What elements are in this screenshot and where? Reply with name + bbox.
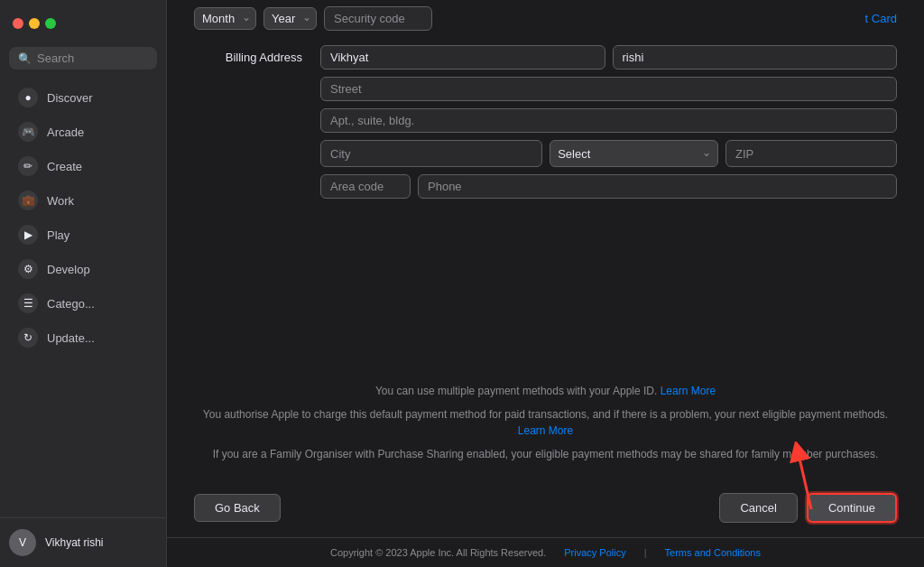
area-code-input[interactable] (320, 174, 411, 199)
go-back-button[interactable]: Go Back (194, 494, 281, 522)
city-input[interactable] (320, 140, 542, 167)
security-code-input[interactable] (324, 6, 432, 31)
learn-more-link-1[interactable]: Learn More (661, 385, 716, 397)
sidebar-item-label: Arcade (47, 125, 84, 139)
zip-input[interactable] (725, 140, 897, 167)
year-select[interactable]: Year (263, 7, 317, 30)
work-icon: 💼 (18, 191, 38, 210)
search-input[interactable] (37, 51, 148, 65)
sidebar-item-label: Play (47, 228, 69, 242)
footer-separator: | (644, 547, 647, 558)
arrow-annotation (775, 442, 829, 517)
sidebar-footer: V Vikhyat rishi (0, 517, 166, 567)
sidebar-item-label: Work (47, 194, 74, 208)
sidebar-item-develop[interactable]: ⚙ Develop (5, 253, 161, 285)
sidebar-item-play[interactable]: ▶ Play (5, 218, 161, 251)
info-line2: You authorise Apple to charge this defau… (194, 406, 897, 439)
footer: Copyright © 2023 Apple Inc. All Rights R… (167, 537, 924, 567)
sidebar-item-create[interactable]: ✏ Create (5, 150, 161, 182)
info-line1: You can use multiple payment methods wit… (194, 383, 897, 399)
maximize-button[interactable] (45, 18, 56, 29)
titlebar (0, 0, 166, 47)
traffic-lights (13, 18, 56, 29)
svg-line-0 (798, 451, 811, 509)
user-name: Vikhyat rishi (45, 536, 103, 549)
sidebar-item-label: Develop (47, 263, 90, 276)
updates-icon: ↻ (18, 328, 38, 348)
minimize-button[interactable] (29, 18, 40, 29)
sidebar-item-label: Create (47, 160, 82, 173)
discover-icon: ● (18, 88, 38, 107)
street-row (320, 77, 897, 101)
categories-icon: ☰ (18, 293, 38, 313)
sidebar-item-label: Update... (47, 331, 95, 345)
sidebar-item-categories[interactable]: ☰ Catego... (5, 287, 161, 320)
avatar: V (9, 529, 36, 556)
sidebar-item-discover[interactable]: ● Discover (5, 81, 161, 114)
city-state-zip-row: Select ALAKCANYTX (320, 140, 897, 167)
learn-more-link-2[interactable]: Learn More (518, 424, 573, 437)
main-content: Month Year t Card Billing Address (167, 0, 924, 567)
state-select[interactable]: Select ALAKCANYTX (550, 140, 718, 167)
street-input[interactable] (320, 77, 897, 101)
apt-row (320, 108, 897, 133)
phone-input[interactable] (418, 174, 897, 199)
top-bar: Month Year t Card (167, 0, 924, 36)
state-select-wrap: Select ALAKCANYTX (550, 140, 718, 167)
name-row (320, 45, 897, 70)
sidebar: 🔍 ● Discover 🎮 Arcade ✏ Create 💼 Work ▶ … (0, 0, 167, 567)
sidebar-item-work[interactable]: 💼 Work (5, 184, 161, 217)
sidebar-item-label: Catego... (47, 297, 95, 311)
search-icon: 🔍 (18, 52, 32, 65)
phone-row (320, 174, 897, 199)
sidebar-item-label: Discover (47, 91, 93, 105)
play-icon: ▶ (18, 225, 38, 245)
search-bar[interactable]: 🔍 (9, 47, 157, 70)
arrow-icon (775, 442, 829, 514)
billing-address-label: Billing Address (194, 45, 302, 64)
month-select[interactable]: Month (194, 7, 256, 30)
sidebar-item-arcade[interactable]: 🎮 Arcade (5, 116, 161, 148)
add-card-link[interactable]: t Card (865, 12, 897, 25)
billing-form: Billing Address (167, 36, 924, 369)
payment-fields: Month Year (194, 6, 432, 31)
month-select-wrap: Month (194, 7, 256, 30)
arcade-icon: 🎮 (18, 122, 38, 142)
apt-input[interactable] (320, 108, 897, 133)
copyright-text: Copyright © 2023 Apple Inc. All Rights R… (330, 547, 546, 558)
privacy-policy-link[interactable]: Privacy Policy (564, 547, 625, 558)
first-name-input[interactable] (320, 45, 605, 70)
terms-link[interactable]: Terms and Conditions (665, 547, 761, 558)
develop-icon: ⚙ (18, 259, 38, 279)
year-select-wrap: Year (263, 7, 317, 30)
billing-fields: Select ALAKCANYTX (320, 45, 897, 199)
billing-address-row: Billing Address (194, 45, 897, 199)
sidebar-item-updates[interactable]: ↻ Update... (5, 321, 161, 354)
close-button[interactable] (13, 18, 23, 29)
create-icon: ✏ (18, 156, 38, 176)
last-name-input[interactable] (613, 45, 898, 70)
